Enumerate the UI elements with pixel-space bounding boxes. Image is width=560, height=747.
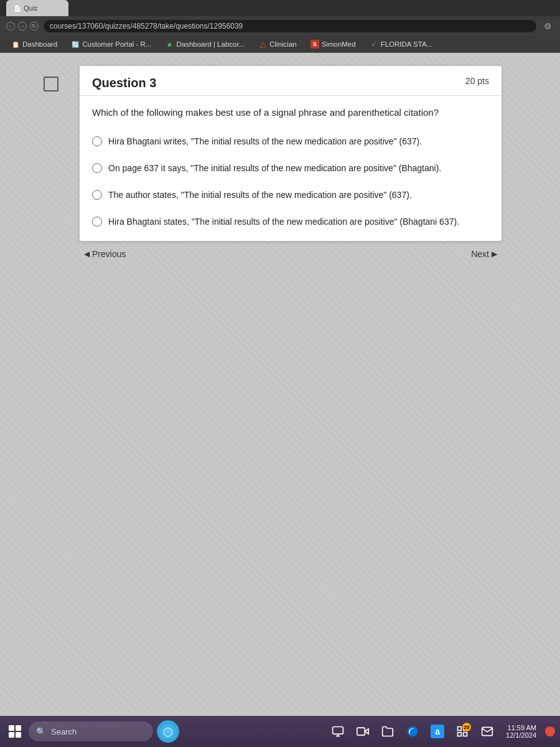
previous-chevron-icon: ◀ <box>84 250 90 258</box>
answer-option-b[interactable]: On page 637 it says, "The initial result… <box>92 159 489 177</box>
question-points: 20 pts <box>465 76 489 86</box>
video-icon <box>357 725 369 738</box>
back-button[interactable]: ← <box>6 22 15 31</box>
answer-text-d: Hira Bhagtani states, "The initial resul… <box>108 215 459 228</box>
next-chevron-icon: ▶ <box>492 250 497 258</box>
next-button[interactable]: Next ▶ <box>466 247 502 261</box>
taskbar-app-edge[interactable] <box>403 721 422 741</box>
bookmark-dashboard-label: Dashboard <box>22 40 57 48</box>
address-bar-row: ← → ↻ courses/137060/quizzes/485278/take… <box>0 16 560 36</box>
bookmark-simonmed[interactable]: S SimonMed <box>306 39 361 50</box>
radio-c[interactable] <box>92 190 102 200</box>
customer-portal-icon: 🔄 <box>71 40 80 49</box>
bookmark-clinician[interactable]: △ Clinician <box>253 39 301 50</box>
page-wrapper: Question 3 20 pts Which of the following… <box>44 65 516 266</box>
svg-marker-3 <box>365 729 368 734</box>
bookmark-dashboard-labcor-label: Dashboard | Labcor... <box>176 40 245 48</box>
taskbar-time-text: 11:59 AM <box>508 724 536 731</box>
page-bookmark-icon <box>44 77 58 92</box>
taskbar-date-text: 12/1/2024 <box>506 731 536 739</box>
search-text: Search <box>51 727 77 736</box>
taskbar-app-mail[interactable] <box>477 721 497 741</box>
taskbar-search[interactable]: 🔍 Search <box>29 721 153 741</box>
answer-text-b: On page 637 it says, "The initial result… <box>108 162 441 175</box>
taskbar-clock: 11:59 AM 12/1/2024 <box>502 724 540 739</box>
answer-option-d[interactable]: Hira Bhagtani states, "The initial resul… <box>92 213 489 231</box>
bookmark-florida-sta-label: FLORIDA STA... <box>381 40 433 48</box>
question-container: Question 3 20 pts Which of the following… <box>79 65 502 242</box>
taskbar: 🔍 Search ◯ <box>0 716 560 747</box>
answer-option-c[interactable]: The author states, "The initial results … <box>92 186 489 204</box>
dashboard-icon: 📋 <box>11 40 20 49</box>
browser-chrome: 📄 Quiz ← → ↻ courses/137060/quizzes/4852… <box>0 0 560 53</box>
bookmark-dashboard-labcor[interactable]: ● Dashboard | Labcor... <box>160 39 250 50</box>
mail-icon <box>481 725 493 738</box>
a-app-icon: a <box>431 725 444 738</box>
main-content: Question 3 20 pts Which of the following… <box>0 53 560 716</box>
next-label: Next <box>471 249 489 259</box>
svg-rect-6 <box>458 727 462 731</box>
answer-text-a: Hira Bhagtani writes, "The initial resul… <box>108 135 422 148</box>
previous-button[interactable]: ◀ Previous <box>79 247 131 261</box>
folder-icon <box>381 725 394 738</box>
radio-d[interactable] <box>92 217 102 227</box>
active-tab[interactable]: 📄 Quiz <box>6 0 68 16</box>
answer-options: Hira Bhagtani writes, "The initial resul… <box>92 133 489 231</box>
taskbar-app-folder[interactable] <box>378 721 398 741</box>
question-text: Which of the following makes best use of… <box>92 106 489 120</box>
previous-label: Previous <box>92 249 126 259</box>
cortana-button[interactable]: ◯ <box>157 720 179 743</box>
extensions-button[interactable]: ⚙ <box>541 20 554 32</box>
clinician-icon: △ <box>258 40 267 49</box>
svg-rect-0 <box>333 727 343 735</box>
taskbar-app-a[interactable]: a <box>427 721 447 741</box>
notification-badge: 25 <box>462 723 471 731</box>
nav-row: ◀ Previous Next ▶ <box>79 242 502 266</box>
svg-rect-8 <box>458 733 462 736</box>
bookmark-customer-portal[interactable]: 🔄 Customer Portal - R... <box>66 39 156 50</box>
monitor-icon <box>332 725 344 738</box>
address-bar[interactable]: courses/137060/quizzes/485278/take/quest… <box>44 20 536 32</box>
taskbar-app-grid[interactable]: 25 <box>452 721 472 741</box>
bookmark-customer-portal-label: Customer Portal - R... <box>82 40 151 48</box>
taskbar-app-video[interactable] <box>353 721 373 741</box>
bookmark-simonmed-label: SimonMed <box>322 40 356 48</box>
simonmed-icon: S <box>310 40 319 49</box>
search-icon: 🔍 <box>36 727 46 736</box>
svg-rect-4 <box>357 728 365 735</box>
taskbar-app-monitor[interactable] <box>328 721 348 741</box>
svg-point-5 <box>408 726 418 737</box>
svg-rect-9 <box>464 733 467 736</box>
start-button[interactable] <box>5 721 25 741</box>
bookmark-clinician-label: Clinician <box>269 40 296 48</box>
radio-a[interactable] <box>92 136 102 146</box>
question-header: Question 3 20 pts <box>80 66 502 96</box>
question-title: Question 3 <box>92 76 156 90</box>
browser-tab-bar: 📄 Quiz <box>0 0 560 16</box>
bookmark-florida-sta[interactable]: ✓ FLORIDA STA... <box>365 39 438 50</box>
question-body: Which of the following makes best use of… <box>80 96 502 241</box>
bookmark-dashboard[interactable]: 📋 Dashboard <box>6 39 62 50</box>
dashboard-labcor-icon: ● <box>165 40 174 49</box>
edge-icon <box>406 725 419 738</box>
forward-button[interactable]: → <box>18 22 27 31</box>
bookmarks-bar: 📋 Dashboard 🔄 Customer Portal - R... ● D… <box>0 36 560 53</box>
status-indicator <box>545 726 555 736</box>
taskbar-icons: a 25 11:59 AM 12/1/2024 <box>328 721 555 741</box>
address-text: courses/137060/quizzes/485278/take/quest… <box>50 22 243 31</box>
answer-text-c: The author states, "The initial results … <box>108 189 412 202</box>
answer-option-a[interactable]: Hira Bhagtani writes, "The initial resul… <box>92 133 489 151</box>
cortana-icon: ◯ <box>163 726 173 736</box>
windows-logo-icon <box>9 725 21 738</box>
florida-sta-icon: ✓ <box>370 40 378 49</box>
reload-button[interactable]: ↻ <box>30 22 39 31</box>
radio-b[interactable] <box>92 163 102 173</box>
